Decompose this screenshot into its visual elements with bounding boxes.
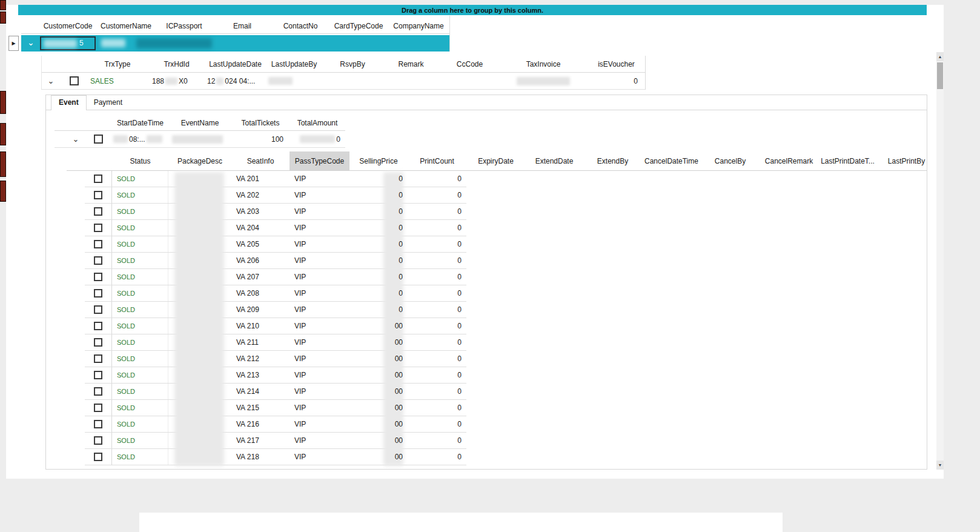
status-cell: SOLD: [117, 421, 135, 428]
ticket-row[interactable]: SOLD VA 213 VIP 00 0: [67, 367, 466, 384]
column-header[interactable]: CcCode: [440, 60, 499, 68]
collapse-chevron-icon[interactable]: ⌄: [27, 38, 35, 47]
ticket-row[interactable]: SOLD VA 210 VIP 00 0: [67, 318, 466, 334]
event-row[interactable]: ⌄ 08:... 100 0: [55, 131, 345, 148]
column-header[interactable]: LastPrintBy: [877, 151, 927, 170]
row-checkbox[interactable]: [94, 371, 102, 379]
column-header[interactable]: RsvpBy: [323, 60, 382, 68]
ticket-row[interactable]: SOLD VA 217 VIP 00 0: [67, 433, 466, 449]
ticket-row[interactable]: SOLD VA 207 VIP 0 0: [67, 269, 466, 285]
ticket-row[interactable]: SOLD VA 204 VIP 0 0: [67, 220, 466, 236]
row-checkbox[interactable]: [94, 256, 102, 265]
row-checkbox[interactable]: [94, 175, 102, 183]
column-header[interactable]: LastPrintDateT...: [818, 151, 877, 170]
column-header[interactable]: TrxType: [88, 60, 147, 68]
tab-event[interactable]: Event: [51, 95, 87, 110]
row-checkbox[interactable]: [94, 240, 102, 248]
column-header[interactable]: isEVoucher: [588, 60, 645, 68]
column-header[interactable]: CustomerName: [97, 22, 155, 30]
collapse-chevron-icon[interactable]: ⌄: [67, 135, 85, 144]
event-name-cell: [168, 135, 231, 144]
status-cell: SOLD: [117, 208, 135, 215]
row-checkbox[interactable]: [94, 207, 102, 216]
column-header[interactable]: CancelBy: [701, 151, 760, 170]
redacted-sidebar-item: [0, 151, 6, 177]
column-header[interactable]: SeatInfo: [231, 151, 290, 170]
column-header[interactable]: ExpiryDate: [466, 151, 525, 170]
row-checkbox[interactable]: [94, 453, 102, 461]
row-checkbox[interactable]: [94, 224, 102, 232]
ticket-row[interactable]: SOLD VA 215 VIP 00 0: [67, 400, 466, 416]
status-cell: SOLD: [117, 355, 135, 362]
row-checkbox[interactable]: [94, 322, 102, 330]
ticket-row[interactable]: SOLD VA 202 VIP 0 0: [67, 187, 466, 204]
row-checkbox[interactable]: [94, 354, 102, 363]
column-header[interactable]: ICPassport: [155, 22, 213, 30]
column-header[interactable]: TotalAmount: [290, 119, 345, 127]
vertical-scrollbar[interactable]: ▲ ▼: [936, 52, 944, 470]
row-checkbox[interactable]: [94, 305, 102, 314]
column-header[interactable]: CancelRemark: [760, 151, 818, 170]
status-cell: SOLD: [117, 191, 135, 199]
status-cell: SOLD: [117, 241, 135, 248]
redacted-package-desc-band: [174, 172, 224, 466]
print-count-cell: 0: [408, 449, 466, 465]
column-header[interactable]: CompanyName: [388, 22, 449, 30]
ticket-row[interactable]: SOLD VA 201 VIP 0 0: [67, 171, 466, 187]
row-checkbox[interactable]: [94, 289, 102, 298]
focused-cell[interactable]: [40, 36, 96, 50]
column-header[interactable]: PrintCount: [408, 151, 466, 170]
ticket-row[interactable]: SOLD VA 203 VIP 0 0: [67, 204, 466, 220]
selected-customer-row[interactable]: ⌄ 5: [21, 35, 449, 52]
column-header[interactable]: LastUpdateDate: [206, 60, 265, 68]
column-header[interactable]: SellingPrice: [349, 151, 408, 170]
column-header[interactable]: EventName: [168, 119, 231, 127]
row-checkbox[interactable]: [94, 420, 102, 428]
pass-type-cell: VIP: [290, 384, 349, 399]
column-header[interactable]: PassTypeCode: [290, 151, 349, 170]
column-header[interactable]: ContactNo: [271, 22, 329, 30]
ticket-row[interactable]: SOLD VA 218 VIP 00 0: [67, 449, 466, 465]
scroll-up-icon[interactable]: ▲: [936, 52, 944, 61]
column-header[interactable]: TrxHdId: [147, 60, 206, 68]
ticket-row[interactable]: SOLD VA 216 VIP 00 0: [67, 416, 466, 433]
row-checkbox[interactable]: [94, 404, 102, 412]
ticket-row[interactable]: SOLD VA 209 VIP 0 0: [67, 302, 466, 318]
ticket-row[interactable]: SOLD VA 206 VIP 0 0: [67, 253, 466, 269]
ticket-row[interactable]: SOLD VA 211 VIP 00 0: [67, 334, 466, 351]
column-header[interactable]: ExtendDate: [525, 151, 583, 170]
column-header[interactable]: CardTypeCode: [329, 22, 388, 30]
scrollbar-thumb[interactable]: [937, 62, 943, 89]
transaction-row[interactable]: ⌄ SALES 188 X0 12 024 04:... 0: [41, 73, 645, 90]
row-checkbox[interactable]: [94, 436, 102, 445]
ticket-row[interactable]: SOLD VA 212 VIP 00 0: [67, 351, 466, 367]
column-header[interactable]: CustomerCode: [39, 22, 97, 30]
collapse-chevron-icon[interactable]: ⌄: [41, 76, 61, 85]
scroll-down-icon[interactable]: ▼: [936, 461, 944, 470]
row-checkbox[interactable]: [94, 191, 102, 199]
group-by-panel[interactable]: Drag a column here to group by this colu…: [18, 5, 927, 15]
column-header[interactable]: LastUpdateBy: [265, 60, 323, 68]
column-header[interactable]: TaxInvoice: [499, 60, 588, 68]
column-header[interactable]: CancelDateTime: [642, 151, 701, 170]
column-header[interactable]: Remark: [382, 60, 440, 68]
ticket-row[interactable]: SOLD VA 205 VIP 0 0: [67, 236, 466, 253]
column-header[interactable]: Email: [213, 22, 271, 30]
ticket-row[interactable]: SOLD VA 214 VIP 00 0: [67, 384, 466, 400]
row-checkbox[interactable]: [94, 273, 102, 281]
row-checkbox[interactable]: [70, 76, 79, 85]
pass-type-cell: VIP: [290, 334, 349, 350]
row-checkbox[interactable]: [94, 135, 103, 144]
row-checkbox[interactable]: [94, 387, 102, 396]
column-header[interactable]: PackageDesc: [168, 151, 231, 170]
redacted-sidebar-item: [0, 0, 6, 10]
row-checkbox[interactable]: [94, 338, 102, 347]
tab-payment[interactable]: Payment: [87, 96, 130, 110]
column-header[interactable]: ExtendBy: [583, 151, 642, 170]
column-header[interactable]: Status: [112, 151, 168, 170]
ticket-row[interactable]: SOLD VA 208 VIP 0 0: [67, 285, 466, 302]
redacted-sidebar-item: [0, 123, 6, 145]
column-header[interactable]: TotalTickets: [231, 119, 290, 127]
total-amount-cell: 0: [290, 135, 345, 144]
column-header[interactable]: StartDateTime: [112, 119, 168, 127]
